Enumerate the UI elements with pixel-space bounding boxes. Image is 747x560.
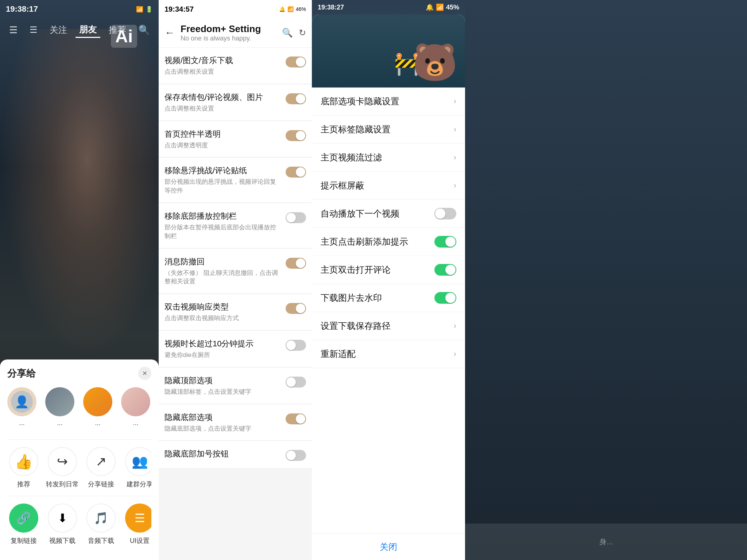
settings-item-2[interactable]: 首页控件半透明 点击调整透明度 [159,121,312,158]
close-button[interactable]: 关闭 [380,542,397,552]
contact-avatar: 👤 [7,387,36,416]
item-text: 移除悬浮挑战/评论贴纸 部分视频出现的悬浮挑战，视频评论回复等控件 [165,165,280,195]
action-label: 音频下载 [88,536,114,545]
settings-item-7[interactable]: 视频时长超过10分钟提示 避免你die在厕所 [159,331,312,367]
item-subtitle: 点击调整相关设置 [165,67,280,76]
toggle-10[interactable] [286,450,306,461]
share-close-button[interactable]: × [138,367,151,380]
status-bar-social: 19:38:17 📶 🔋 [0,0,159,18]
toggle-thumb [296,304,305,313]
toggle-0[interactable] [286,57,306,67]
back-button[interactable]: ← [165,27,175,39]
settings-item-3[interactable]: 移除悬浮挑战/评论贴纸 部分视频出现的悬浮挑战，视频评论回复等控件 [159,158,312,203]
toggle-9[interactable] [286,413,306,424]
item-subtitle: 点击调整相关设置 [165,104,280,113]
action-group-share[interactable]: 👥 建群分享 [123,447,151,489]
contact-item[interactable]: ... [121,387,150,427]
toggle-5[interactable] [286,258,306,269]
settings-item-6[interactable]: 双击视频响应类型 点击调整双击视频响应方式 [159,294,312,330]
action-copy-link[interactable]: 🔗 复制链接 [7,503,40,545]
battery-icon: 🔋 [146,6,153,13]
menu-item-3[interactable]: 提示框屏蔽 › [312,172,465,200]
action-ui-settings[interactable]: ☰ UI设置 [123,503,151,545]
settings-item-10[interactable]: 隐藏底部加号按钮 [159,441,312,468]
toggle-thumb [445,237,456,247]
refresh-icon[interactable]: ↻ [299,28,306,38]
settings-item-4[interactable]: 移除底部播放控制栏 部分版本在暂停视频后底部会出现播放控制栏 [159,203,312,248]
settings-title-area: Freedom+ Setting No one is always happy. [181,23,276,42]
settings-item-0[interactable]: 视频/图文/音乐下载 点击调整相关设置 [159,48,312,84]
toggle-3[interactable] [286,167,306,178]
menu-item-1[interactable]: 主页标签隐藏设置 › [312,116,465,144]
social-status-icons: 📶 🔋 [136,6,153,13]
action-video-dl[interactable]: ⬇ 视频下载 [46,503,79,545]
item-title: 视频时长超过10分钟提示 [165,338,280,349]
contact-name: ... [133,419,138,427]
toggle-4[interactable] [286,212,306,223]
bear-illustration: 🐻 [412,41,458,84]
hamburger-menu[interactable]: ☰ [5,23,21,37]
share-bottom-actions: 🔗 复制链接 ⬇ 视频下载 🎵 音频下载 ☰ UI设置 ⋯ 其它... [7,500,151,549]
action-tuijian[interactable]: 👍 推荐 [7,447,40,489]
toggle-2[interactable] [286,130,306,141]
action-label: 建群分享 [127,480,151,489]
menu-item-8[interactable]: 设置下载保存路径 › [312,312,465,340]
wifi-icon: 📶 [436,3,444,11]
toggle-7[interactable] [286,340,306,351]
menu-item-9[interactable]: 重新适配 › [312,340,465,368]
chevron-right-icon: › [454,153,456,162]
share-overlay: 分享给 × 👤 ... ... ... ... [0,359,159,560]
contact-item[interactable]: 👤 ... [7,387,36,427]
menu-item-label: 主页双击打开评论 [321,264,391,276]
header-icons: 🔍 ↻ [282,28,306,38]
menu-toggle-4[interactable] [434,208,456,219]
search-icon[interactable]: 🔍 [135,23,154,37]
settings-item-1[interactable]: 保存表情包/评论视频、图片 点击调整相关设置 [159,85,312,121]
menu-toggle-6[interactable] [434,264,456,276]
nav-guanzhu[interactable]: ☰ [26,23,41,36]
settings-item-9[interactable]: 隐藏底部选项 隐藏底部选项，点击设置关键字 [159,405,312,441]
action-audio-dl[interactable]: 🎵 音频下载 [85,503,117,545]
settings-item-8[interactable]: 隐藏顶部选项 隐藏顶部标签，点击设置关键字 [159,368,312,404]
item-text: 隐藏底部选项 隐藏底部选项，点击设置关键字 [165,412,280,433]
action-label: 复制链接 [11,536,37,545]
menu-item-2[interactable]: 主页视频流过滤 › [312,144,465,172]
settings-item-5[interactable]: 消息防撤回 （失效不修） 阻止聊天消息撤回，点击调整相关设置 [159,249,312,294]
menu-time: 19:38:27 [318,4,344,11]
action-share-link[interactable]: ↗ 分享链接 [85,447,117,489]
item-subtitle: 点击调整双击视频响应方式 [165,314,280,323]
item-title: 保存表情包/评论视频、图片 [165,92,280,103]
menu-item-6[interactable]: 主页双击打开评论 [312,256,465,284]
item-text: 视频时长超过10分钟提示 避免你die在厕所 [165,338,280,359]
face-overlay [0,29,159,357]
menu-toggle-7[interactable] [434,292,456,304]
action-label: UI设置 [130,536,150,545]
menu-item-label: 自动播放下一个视频 [321,208,399,219]
menu-item-label: 主页标签隐藏设置 [321,124,391,135]
contact-item[interactable]: ... [83,387,112,427]
menu-item-7[interactable]: 下载图片去水印 [312,284,465,312]
status-bar-menu: 19:38:27 🔔 📶 45% [312,0,465,15]
item-text: 双击视频响应类型 点击调整双击视频响应方式 [165,302,280,323]
panel-menu: 19:38:27 🔔 📶 45% 🚧 🐻 底部选项卡隐藏设置 › 主页标签隐藏设… [312,0,465,560]
toggle-6[interactable] [286,303,306,314]
menu-close-section: 关闭 [312,533,465,560]
toggle-thumb [445,265,456,275]
status-bar-settings: 19:34:57 🔔 📶 46% [159,0,312,18]
video-dl-icon: ⬇ [48,503,77,533]
contact-item[interactable]: ... [45,387,74,427]
search-icon[interactable]: 🔍 [282,28,293,38]
nav-tuijian[interactable]: 朋友 [76,22,100,38]
toggle-1[interactable] [286,93,306,104]
menu-item-0[interactable]: 底部选项卡隐藏设置 › [312,88,465,116]
menu-toggle-5[interactable] [434,236,456,248]
menu-item-4[interactable]: 自动播放下一个视频 [312,200,465,228]
nav-pengyou[interactable]: 关注 [46,23,71,37]
menu-item-5[interactable]: 主页点击刷新添加提示 [312,228,465,256]
settings-time: 19:34:57 [165,5,194,13]
chevron-right-icon: › [454,321,456,331]
bell-icon: 🔔 [426,3,434,11]
item-text: 消息防撤回 （失效不修） 阻止聊天消息撤回，点击调整相关设置 [165,256,280,286]
action-zhuanfa[interactable]: ↩ 转发到日常 [46,447,79,489]
toggle-8[interactable] [286,377,306,388]
